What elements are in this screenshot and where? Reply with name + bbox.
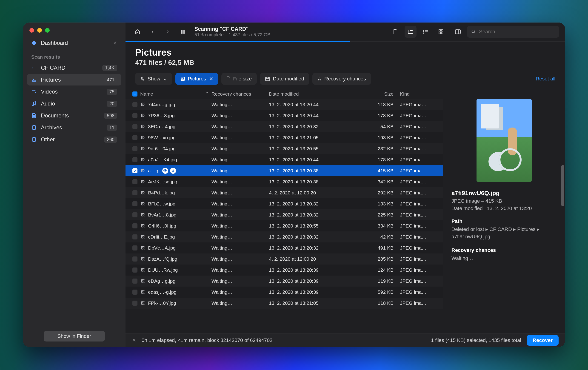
file-kind: JPEG ima… xyxy=(400,190,440,195)
fullscreen-icon[interactable] xyxy=(45,28,50,33)
forward-button[interactable] xyxy=(162,26,174,38)
file-size: 193 KB xyxy=(354,135,400,140)
file-date: 13. 2. 2020 at 13:20:38 xyxy=(269,168,354,174)
detail-meta: JPEG image – 415 KB xyxy=(452,198,557,204)
sidebar-dashboard[interactable]: Dashboard ✳︎ xyxy=(27,37,121,49)
file-date: 13. 2. 2020 at 13:20:39 xyxy=(269,289,354,295)
file-name: C4II6…0I.jpg xyxy=(148,223,176,229)
scrollbar-thumb[interactable] xyxy=(561,165,564,206)
table-row[interactable]: 🖼7P36…8.jpgWaiting…13. 2. 2020 at 13:20:… xyxy=(126,110,443,121)
row-checkbox[interactable] xyxy=(132,278,137,284)
row-checkbox[interactable] xyxy=(132,212,137,217)
sidebar-item-other[interactable]: Other260 xyxy=(27,134,121,145)
svg-rect-2 xyxy=(32,43,33,45)
row-checkbox[interactable] xyxy=(132,135,137,140)
filter-pictures[interactable]: Pictures ✕ xyxy=(175,73,218,85)
table-row[interactable]: 🖼DszA…fQ.jpgWaiting…4. 2. 2020 at 12:00:… xyxy=(126,254,443,265)
recover-button[interactable]: Recover xyxy=(527,335,559,346)
row-checkbox[interactable] xyxy=(132,157,137,162)
row-checkbox[interactable] xyxy=(132,246,137,250)
row-checkbox[interactable] xyxy=(132,102,137,107)
filter-date-modified[interactable]: Date modified xyxy=(260,73,309,85)
video-icon xyxy=(31,89,37,94)
table-row[interactable]: 🖼9d-6…04.jpgWaiting…13. 2. 2020 at 13:20… xyxy=(126,143,443,154)
table-row[interactable]: 🖼BFb2…w.jpgWaiting…13. 2. 2020 at 13:20:… xyxy=(126,198,443,209)
hex-icon[interactable]: # xyxy=(170,168,176,174)
col-recovery[interactable]: Recovery chances xyxy=(211,91,269,97)
select-all-checkbox[interactable]: – xyxy=(132,92,137,96)
table-row[interactable]: 🖼98W…xo.jpgWaiting…13. 2. 2020 at 13:21:… xyxy=(126,132,443,143)
col-name[interactable]: Name⌃ xyxy=(140,91,211,97)
home-button[interactable] xyxy=(131,26,143,38)
row-checkbox[interactable] xyxy=(132,146,137,151)
file-name: DszA…fQ.jpg xyxy=(148,256,177,262)
table-row[interactable]: 🖼eDAg…g.jpgWaiting…13. 2. 2020 at 13:20:… xyxy=(126,276,443,287)
close-icon[interactable] xyxy=(29,28,34,33)
file-name: BFb2…w.jpg xyxy=(148,201,175,207)
sidebar-item-pictures[interactable]: Pictures471 xyxy=(27,74,121,85)
view-grid-button[interactable] xyxy=(435,26,447,38)
col-kind[interactable]: Kind xyxy=(400,91,440,97)
table-row[interactable]: 🖼edasj…-g.jpgWaiting…13. 2. 2020 at 13:2… xyxy=(126,287,443,298)
table-row[interactable]: 🖼cDrIii…E.jpgWaiting…13. 2. 2020 at 13:2… xyxy=(126,231,443,242)
row-checkbox[interactable] xyxy=(132,179,137,184)
filter-recovery-chances[interactable]: ✩ Recovery chances xyxy=(312,73,371,85)
table-row[interactable]: 🖼7iI4m…g.jpgWaiting…13. 2. 2020 at 13:20… xyxy=(126,99,443,110)
file-date: 4. 2. 2020 at 12:00:20 xyxy=(269,256,354,262)
sidebar-item-documents[interactable]: Documents598 xyxy=(27,110,121,121)
view-list-button[interactable] xyxy=(420,26,432,38)
table-row[interactable]: 🖼DUU…Rw.jpgWaiting…13. 2. 2020 at 13:20:… xyxy=(126,265,443,276)
detail-filename: a7fi91nwU6Q.jpg xyxy=(452,190,557,197)
minimize-icon[interactable] xyxy=(37,28,42,33)
search-input[interactable] xyxy=(479,29,555,35)
pause-button[interactable] xyxy=(177,26,189,38)
preview-icon[interactable]: 👁 xyxy=(162,168,168,174)
sidebar-item-videos[interactable]: Videos75 xyxy=(27,86,121,97)
table-row[interactable]: 🖼C4II6…0I.jpgWaiting…13. 2. 2020 at 13:2… xyxy=(126,220,443,231)
sidebar-item-label: Other xyxy=(41,136,100,143)
table-row[interactable]: 🖼B4Pd…k.jpgWaiting…4. 2. 2020 at 12:00:2… xyxy=(126,187,443,198)
row-checkbox[interactable] xyxy=(132,301,137,306)
row-checkbox[interactable] xyxy=(132,257,137,262)
show-in-finder-button[interactable]: Show in Finder xyxy=(44,331,105,341)
row-checkbox[interactable] xyxy=(132,234,137,239)
col-size[interactable]: Size xyxy=(354,91,400,97)
file-icon: 🖼 xyxy=(140,202,145,206)
table-row[interactable]: 🖼DpVc…A.jpgWaiting…13. 2. 2020 at 13:20:… xyxy=(126,242,443,254)
table-row[interactable]: 🖼BvAr1…8.jpgWaiting…13. 2. 2020 at 13:20… xyxy=(126,209,443,220)
toggle-sidebar-button[interactable] xyxy=(452,26,464,38)
row-checkbox[interactable]: ✓ xyxy=(132,168,137,173)
file-icon: 🖼 xyxy=(140,213,145,217)
table-row[interactable]: 🖼a0aJ…K4.jpgWaiting…13. 2. 2020 at 13:20… xyxy=(126,154,443,165)
col-date[interactable]: Date modified xyxy=(269,91,354,97)
sidebar-item-audio[interactable]: Audio20 xyxy=(27,98,121,109)
row-checkbox[interactable] xyxy=(132,201,137,206)
svg-rect-36 xyxy=(181,77,185,81)
filter-file-size[interactable]: File size xyxy=(221,73,257,85)
file-recovery: Waiting… xyxy=(211,256,269,262)
table-row[interactable]: 🖼8EDa…4.jpgWaiting…13. 2. 2020 at 13:20:… xyxy=(126,121,443,132)
table-row[interactable]: 🖼AeJK…sg.jpgWaiting…13. 2. 2020 at 13:20… xyxy=(126,176,443,187)
search-field[interactable] xyxy=(467,26,559,38)
sidebar-item-archives[interactable]: Archives11 xyxy=(27,122,121,133)
row-checkbox[interactable] xyxy=(132,113,137,118)
close-icon[interactable]: ✕ xyxy=(209,76,213,82)
row-checkbox[interactable] xyxy=(132,267,137,273)
sidebar-item-badge: 20 xyxy=(107,101,117,107)
file-size: 119 KB xyxy=(354,278,400,284)
filter-show[interactable]: Show ⌄ xyxy=(135,73,172,85)
view-folder-button[interactable] xyxy=(405,26,417,38)
row-checkbox[interactable] xyxy=(132,190,137,195)
table-row[interactable]: ✓🖼a…g👁#Waiting…13. 2. 2020 at 13:20:3841… xyxy=(126,165,443,176)
sidebar-item-cf-card[interactable]: CF CARD1,4K xyxy=(27,62,121,73)
row-checkbox[interactable] xyxy=(132,124,137,129)
row-checkbox[interactable] xyxy=(132,223,137,228)
sort-asc-icon: ⌃ xyxy=(205,91,209,97)
view-document-button[interactable] xyxy=(389,26,401,38)
file-recovery: Waiting… xyxy=(211,146,269,152)
file-name: eDAg…g.jpg xyxy=(148,278,175,284)
back-button[interactable] xyxy=(147,26,159,38)
table-row[interactable]: 🖼FPk-…0Y.jpgWaiting…13. 2. 2020 at 13:21… xyxy=(126,298,443,309)
reset-all-button[interactable]: Reset all xyxy=(536,76,555,82)
row-checkbox[interactable] xyxy=(132,289,137,295)
